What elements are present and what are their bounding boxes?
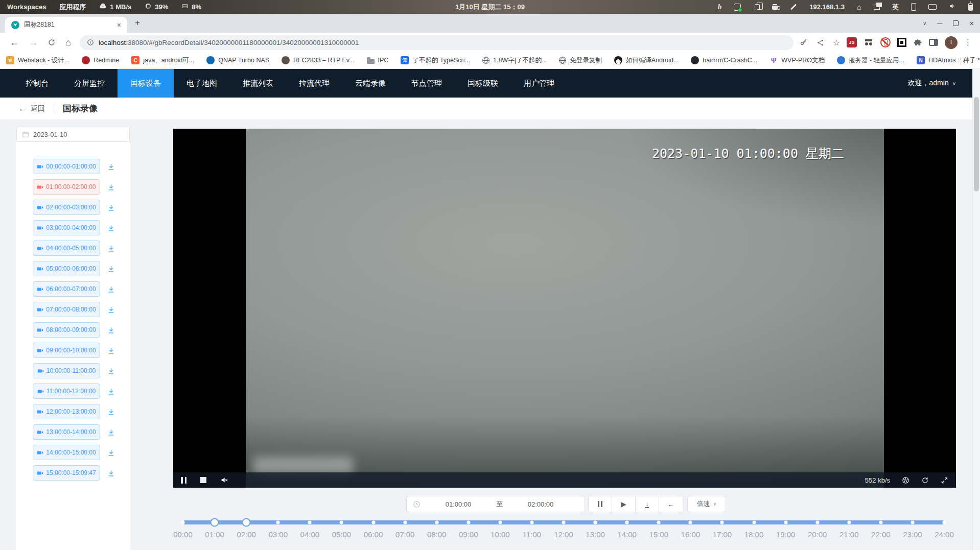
windows-stack-tray-icon[interactable] (874, 5, 880, 10)
timeline-handle[interactable] (211, 518, 219, 527)
seek-back-button[interactable]: ← (659, 496, 683, 512)
play-button[interactable]: ▶ (612, 496, 636, 512)
tab-search-chevron-icon[interactable]: ∨ (923, 20, 926, 26)
segment-button[interactable]: 00:00:00-01:00:00 (33, 159, 100, 174)
segment-download-button[interactable] (106, 406, 116, 417)
segment-download-button[interactable] (106, 264, 116, 274)
page-scrollbar[interactable] (972, 69, 980, 550)
segment-download-button[interactable] (106, 447, 116, 458)
nav-item-2[interactable]: 分屏监控 (61, 69, 118, 98)
bookmark-item[interactable]: RFC2833 – RTP Ev... (282, 56, 355, 64)
screenshot-app-tray-icon[interactable] (734, 4, 741, 11)
segment-button[interactable]: 08:00:00-09:00:00 (33, 322, 100, 338)
speed-dropdown-button[interactable]: 倍速 ∨ (687, 496, 726, 512)
bookmark-item[interactable]: IPC (367, 57, 389, 64)
segment-download-button[interactable] (106, 468, 116, 478)
timeline-track[interactable] (183, 520, 944, 524)
segment-button[interactable]: 02:00:00-03:00:00 (33, 200, 100, 215)
clock-menu[interactable]: 1月10日 星期二 15：09 (455, 3, 525, 12)
segment-button[interactable]: 15:00:00-15:09:47 (33, 465, 100, 481)
reload-button[interactable] (48, 38, 56, 48)
segment-button[interactable]: 04:00:00-05:00:00 (33, 241, 100, 256)
input-method-indicator[interactable]: 英 (892, 3, 899, 12)
new-tab-button[interactable]: + (135, 18, 140, 28)
segment-button[interactable]: 06:00:00-07:00:00 (33, 281, 100, 297)
browser-home-button[interactable]: ⌂ (65, 38, 71, 47)
bookmark-item[interactable]: 知了不起的 TypeScri... (401, 56, 470, 65)
nav-item-9[interactable]: 国标级联 (455, 69, 511, 98)
password-key-icon[interactable] (800, 38, 808, 46)
bookmark-item[interactable]: Cjava、android可... (131, 56, 194, 65)
clipboard-tray-icon[interactable] (755, 4, 760, 10)
segment-download-button[interactable] (106, 366, 116, 376)
js-extension-icon[interactable]: JS (847, 37, 857, 47)
nav-item-4[interactable]: 电子地图 (174, 69, 230, 98)
back-button[interactable]: ← 返回 (18, 104, 45, 114)
segment-button[interactable]: 13:00:00-14:00:00 (33, 424, 100, 440)
segment-download-button[interactable] (106, 325, 116, 335)
segment-button[interactable]: 03:00:00-04:00:00 (33, 220, 100, 235)
browser-tab[interactable]: 国标28181 × (5, 17, 127, 33)
bookmark-item[interactable]: 免登录复制 (559, 56, 602, 65)
timeline-handle[interactable] (242, 518, 251, 527)
side-panel-icon[interactable] (929, 39, 938, 46)
user-menu[interactable]: 欢迎，admin ∨ (908, 79, 972, 88)
segment-download-button[interactable] (106, 386, 116, 396)
nav-item-10[interactable]: 用户管理 (511, 69, 567, 98)
segment-button[interactable]: 01:00:00-02:00:00 (33, 179, 100, 195)
fullscreen-icon[interactable] (941, 476, 948, 484)
segment-download-button[interactable] (106, 427, 116, 437)
nav-item-3[interactable]: 国标设备 (118, 69, 174, 98)
black-square-extension-icon[interactable] (897, 38, 906, 47)
bookmark-item[interactable]: 1.8W字|了不起的... (482, 56, 547, 65)
snapshot-icon[interactable] (902, 476, 909, 484)
address-bar[interactable]: localhost:38080/#/gbRecordDetail/3402000… (80, 35, 794, 50)
bookmark-item[interactable]: hairrrrr/C-CrashC... (691, 56, 757, 64)
browser-back-button[interactable]: ← (10, 38, 19, 47)
workspaces-button[interactable]: Workspaces (7, 3, 46, 11)
home-tray-icon[interactable]: ⌂ (857, 3, 861, 11)
date-picker-input[interactable]: 2023-01-10 (16, 127, 130, 142)
segment-button[interactable]: 07:00:00-08:00:00 (33, 302, 100, 317)
refresh-icon[interactable] (921, 476, 929, 484)
site-info-icon[interactable] (87, 39, 94, 46)
tab-close-icon[interactable]: × (117, 21, 121, 29)
share-icon[interactable] (816, 39, 824, 46)
time-range-input[interactable]: 01:00:00 至 02:00:00 (406, 496, 585, 512)
bookmark-item[interactable]: ≋Webstack - 设计... (6, 56, 69, 65)
bookmark-star-icon[interactable]: ☆ (833, 38, 840, 47)
nav-item-5[interactable]: 推流列表 (230, 69, 286, 98)
bookmark-item[interactable]: 如何编译Android... (614, 56, 679, 65)
tool-tray-icon[interactable] (790, 4, 797, 10)
download-button[interactable]: ↓ (636, 496, 659, 512)
no-phone-extension-icon[interactable] (880, 37, 891, 47)
player-stop-icon[interactable] (200, 477, 206, 483)
bing-tray-icon[interactable]: b (718, 3, 722, 11)
player-mute-icon[interactable] (220, 476, 228, 484)
nav-item-7[interactable]: 云端录像 (342, 69, 399, 98)
segment-button[interactable]: 12:00:00-13:00:00 (33, 404, 100, 419)
segment-download-button[interactable] (106, 304, 116, 315)
segment-button[interactable]: 05:00:00-06:00:00 (33, 261, 100, 276)
segment-download-button[interactable] (106, 223, 116, 233)
segment-button[interactable]: 09:00:00-10:00:00 (33, 343, 100, 358)
segment-download-button[interactable] (106, 243, 116, 253)
bookmark-item[interactable]: 服务器 - 轻量应用... (837, 56, 904, 65)
window-maximize-button[interactable] (953, 20, 959, 26)
bookmark-item[interactable]: NHDAtmos :: 种子 *... (917, 56, 980, 65)
volume-icon[interactable] (949, 3, 956, 11)
segment-button[interactable]: 11:00:00-12:00:00 (33, 384, 100, 399)
extensions-puzzle-icon[interactable] (913, 38, 922, 47)
browser-menu-kebab-icon[interactable]: ⋮ (964, 38, 972, 47)
segment-download-button[interactable] (106, 284, 116, 294)
window-close-button[interactable]: × (969, 19, 974, 28)
phone-icon[interactable] (911, 3, 916, 11)
start-time-value[interactable]: 01:00:00 (421, 500, 496, 508)
end-time-value[interactable]: 02:00:00 (503, 500, 578, 508)
browser-forward-button[interactable]: → (29, 38, 38, 47)
nav-item-1[interactable]: 控制台 (13, 69, 61, 98)
incognito-extension-icon[interactable] (864, 37, 874, 47)
bookmark-item[interactable]: QNAP Turbo NAS (206, 56, 269, 64)
caffeine-tray-icon[interactable] (772, 6, 778, 10)
bookmark-item[interactable]: Redmine (82, 56, 119, 64)
